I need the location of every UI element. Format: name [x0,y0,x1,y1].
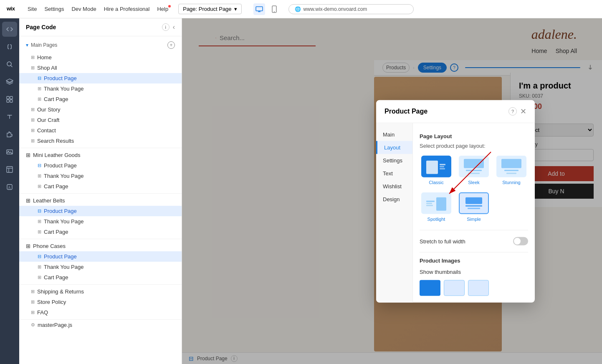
nav-hire[interactable]: Hire a Professional [104,6,150,12]
layout-classic[interactable]: Classic [420,154,453,187]
sidebar-item-thankyou-phones[interactable]: ⊞ Thank You Page [19,262,182,272]
puzzle-icon[interactable] [2,127,17,142]
nav-devmode[interactable]: Dev Mode [71,6,96,12]
url-bar[interactable]: 🌐 www.wix-demo.onvoard.com [288,4,414,14]
folder-icon: ⊞ [26,197,30,204]
nav-settings[interactable]: Settings [44,6,64,12]
modal-nav-design[interactable]: Design [376,193,412,206]
url-text: www.wix-demo.onvoard.com [304,6,367,12]
modal-nav-main[interactable]: Main [376,128,412,141]
phone-cases-section: ⊞ Phone Cases ⊟ Product Page ⊞ Thank You… [19,239,182,285]
layout-simple-label: Simple [467,217,481,222]
leather-belts-group[interactable]: ⊞ Leather Belts [19,195,182,206]
sidebar-item-our-craft[interactable]: ⊞ Our Craft [19,115,182,125]
group-label: Leather Belts [33,197,65,204]
modal-nav-text[interactable]: Text [376,167,412,180]
search-icon[interactable] [2,57,17,72]
sidebar-item-faq[interactable]: ⊞ FAQ [19,307,182,318]
text-icon[interactable] [2,109,17,124]
sidebar-item-cart-main[interactable]: ⊞ Cart Page [19,94,182,104]
sidebar-item-cart-mini[interactable]: ⊞ Cart Page [19,181,182,192]
stretch-label: Stretch to full width [420,238,465,244]
stretch-toggle[interactable] [513,237,528,245]
sidebar-item-cart-phones[interactable]: ⊞ Cart Page [19,272,182,283]
sidebar-item-search[interactable]: ⊞ Search Results [19,136,182,146]
sidebar-item-product-belts[interactable]: ⊟ Product Page [19,206,182,216]
sidebar-item-label: Cart Page [44,229,68,235]
globe-icon: 🌐 [295,6,301,12]
layers-icon[interactable] [2,74,17,89]
code-icon[interactable] [2,22,17,37]
curly-braces-icon[interactable] [2,39,17,54]
sidebar-item-product-phones[interactable]: ⊟ Product Page [19,251,182,262]
phone-cases-group[interactable]: ⊞ Phone Cases [19,241,182,251]
thumb-option-1[interactable] [420,280,440,296]
mini-leather-group[interactable]: ⊞ Mini Leather Goods [19,150,182,160]
folder-icon: ⊞ [26,152,30,158]
add-page-icon[interactable]: + [167,41,175,49]
layout-simple-thumb[interactable] [459,192,489,214]
mobile-icon[interactable] [268,3,280,15]
modal-help-icon[interactable]: ? [508,107,517,116]
sidebar-item-our-story[interactable]: ⊞ Our Story [19,104,182,115]
sidebar-item-product-page-main[interactable]: ⊟ Product Page [19,73,182,83]
modal-nav-settings[interactable]: Settings [376,154,412,167]
sidebar-item-shipping[interactable]: ⊞ Shipping & Returns [19,286,182,297]
product-page-modal: Product Page ? ✕ Main Layout Settings Te… [376,100,535,303]
sidebar-item-masterpage[interactable]: ⚙ masterPage.js [19,320,182,330]
thumb-option-3[interactable] [468,280,489,296]
image-icon[interactable] [2,144,17,159]
thumb-option-2[interactable] [444,280,465,296]
sidebar-item-contact[interactable]: ⊞ Contact [19,125,182,136]
layout-stunning[interactable]: Stunning [495,154,528,187]
sidebar-item-store-policy[interactable]: ⊞ Store Policy [19,297,182,307]
product-page-icon: ⊟ [38,208,41,214]
sidebar-item-thank-you-main[interactable]: ⊞ Thank You Page [19,83,182,94]
info-icon[interactable]: i [162,23,169,31]
layout-spotlight[interactable]: Spotlight [420,191,453,223]
nav-site[interactable]: Site [28,6,37,12]
nav-help[interactable]: Help [157,6,168,12]
main-pages-header: ▾ Main Pages + [19,38,182,52]
sidebar-item-label: Thank You Page [44,264,83,270]
sidebar-item-thankyou-mini[interactable]: ⊞ Thank You Page [19,171,182,181]
grid-icon[interactable] [2,92,17,107]
other-pages-section: ⊞ Shipping & Returns ⊞ Store Policy ⊞ FA… [19,285,182,320]
folder-icon: ⊞ [26,243,30,249]
desktop-icon[interactable] [253,3,265,15]
main-pages-section: ▾ Main Pages + ⊞ Home ⊞ Shop All ⊟ Produ… [19,36,182,148]
layout-stunning-thumb[interactable] [496,156,526,177]
modal-header: Product Page ? ✕ [376,100,535,123]
page-icon: ⊞ [38,173,41,179]
topbar: wix Site Settings Dev Mode Hire a Profes… [0,0,602,18]
thumbnails-label: Show thumbnails [420,269,461,275]
badge-icon[interactable]: A [2,179,17,195]
modal-close-button[interactable]: ✕ [520,107,526,116]
layout-sleek[interactable]: Sleek [457,154,491,187]
sidebar-item-product-mini[interactable]: ⊟ Product Page [19,160,182,171]
stretch-toggle-row: Stretch to full width [420,235,528,247]
page-selector[interactable]: Page: Product Page ▾ [178,4,241,14]
sidebar-item-thankyou-belts[interactable]: ⊞ Thank You Page [19,216,182,227]
canvas-area: adalene. Home Shop All Products › Settin… [182,18,602,364]
layout-sleek-thumb[interactable] [459,156,489,177]
collapse-sidebar-icon[interactable]: ‹ [173,23,175,31]
sidebar-item-label: Product Page [44,162,77,169]
modal-nav-wishlist[interactable]: Wishlist [376,180,412,193]
layout-classic-thumb[interactable] [421,156,451,177]
modal-nav: Main Layout Settings Text Wishlist Desig… [376,123,413,303]
table-icon[interactable] [2,162,17,177]
layout-simple[interactable]: Simple [457,191,491,223]
sidebar-item-cart-belts[interactable]: ⊞ Cart Page [19,227,182,237]
chevron-down-icon: ▾ [234,6,237,12]
layout-spotlight-thumb[interactable] [421,192,451,214]
sidebar-item-label: Product Page [44,75,77,81]
layout-stunning-label: Stunning [502,180,520,185]
sidebar-item-label: Cart Page [44,96,68,102]
sidebar-item-home[interactable]: ⊞ Home [19,52,182,63]
sidebar-item-shop-all[interactable]: ⊞ Shop All [19,63,182,73]
main-pages-label: Main Pages [31,42,57,48]
sidebar-item-label: masterPage.js [38,322,72,328]
layout-sleek-label: Sleek [468,180,480,185]
modal-nav-layout[interactable]: Layout [376,141,412,154]
